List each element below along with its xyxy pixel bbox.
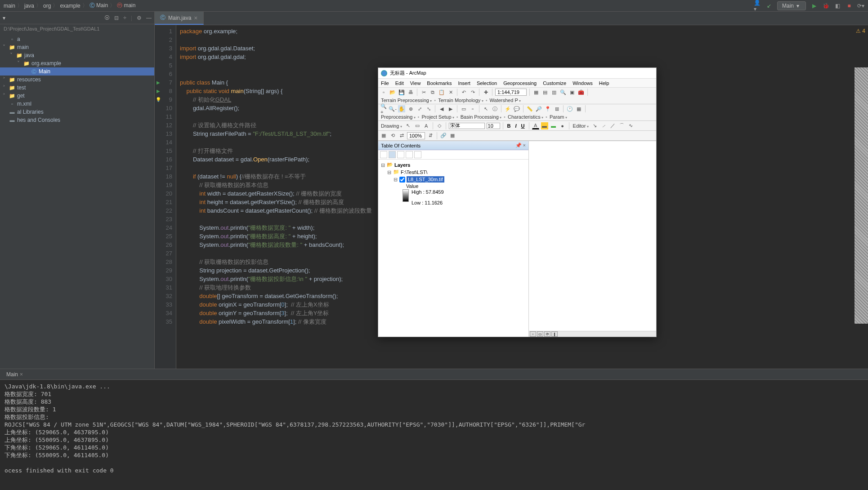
time-slider-icon[interactable]: 🕐 <box>566 105 573 112</box>
tree-item[interactable]: ˅📁main <box>0 43 154 51</box>
percent-input[interactable]: 100% <box>407 132 425 139</box>
link-icon[interactable]: 🔗 <box>440 132 447 139</box>
toolbar-menu[interactable]: Basin Processing <box>460 114 502 120</box>
close-icon[interactable]: × <box>194 14 197 22</box>
select-icon[interactable]: ▭ <box>460 105 467 112</box>
create-viewer-icon[interactable]: ▦ <box>575 105 582 112</box>
menu-customize[interactable]: Customize <box>543 80 566 86</box>
run-tab-main[interactable]: Main× <box>3 370 27 379</box>
project-dropdown-icon[interactable]: ▾ <box>3 15 5 21</box>
save-icon[interactable]: 💾 <box>398 89 405 96</box>
map-scrollbar[interactable]: ▫ ▭ ⟳ ‖ <box>529 331 656 337</box>
toolbar-menu[interactable]: Watershed P <box>489 98 522 103</box>
breadcrumb-segment[interactable]: example <box>60 3 80 9</box>
edit-tool-icon[interactable]: ↘ <box>591 122 599 129</box>
list-by-source-icon[interactable] <box>389 151 396 158</box>
menu-insert[interactable]: Insert <box>458 80 470 86</box>
back-icon[interactable]: ◀ <box>438 105 445 112</box>
toolbar-menu[interactable]: Project Setup <box>421 114 455 120</box>
user-icon[interactable]: 👤▾ <box>754 2 761 9</box>
project-tree[interactable]: ▫a˅📁main˅📁java˅📁org.exampleⒸMain˃📁resour… <box>0 33 154 369</box>
layout-view-tab[interactable]: ▭ <box>537 331 543 337</box>
find-icon[interactable]: 🔎 <box>535 105 542 112</box>
sync-icon[interactable]: ↙ <box>765 2 773 9</box>
tree-item[interactable]: ▫m.xml <box>0 100 154 108</box>
toolbar-menu[interactable]: Param <box>549 114 568 120</box>
arcmap-titlebar[interactable]: 无标题 - ArcMap <box>378 68 656 79</box>
list-by-visibility-icon[interactable] <box>397 151 404 158</box>
full-extent-icon[interactable]: ⊕ <box>407 105 414 112</box>
clear-selection-icon[interactable]: ▫ <box>469 105 476 112</box>
collapse-icon[interactable]: ÷ <box>123 15 126 21</box>
view-link-icon[interactable]: ▦ <box>449 132 456 139</box>
toolbar-menu[interactable]: Terrain Morphology <box>437 98 484 103</box>
fixed-zoom-out-icon[interactable]: ⤡ <box>425 105 432 112</box>
options-icon[interactable] <box>414 151 421 158</box>
menu-help[interactable]: Help <box>599 80 609 86</box>
menu-geoprocessing[interactable]: Geoprocessing <box>503 80 537 86</box>
close-icon[interactable]: × <box>20 371 23 378</box>
copy-icon[interactable]: ⧉ <box>429 89 436 96</box>
underline-button[interactable]: U <box>520 123 526 129</box>
data-frame-node[interactable]: F:\Test\LST\ <box>401 169 427 175</box>
menu-view[interactable]: View <box>410 80 421 86</box>
list-by-selection-icon[interactable] <box>406 151 413 158</box>
editor-toolbar-icon[interactable]: ▦ <box>532 89 540 96</box>
rectangle-icon[interactable]: ▭ <box>414 122 421 129</box>
print-icon[interactable]: 🖶 <box>407 89 414 96</box>
debug-icon[interactable]: 🐞 <box>822 2 829 9</box>
hyperlink-icon[interactable]: ⚡ <box>504 105 511 112</box>
arcmap-window[interactable]: 无标题 - ArcMap FileEditViewBookmarksInsert… <box>378 67 657 337</box>
pan-icon[interactable]: ✋ <box>398 105 405 112</box>
toolbar-menu[interactable]: Characteristics <box>507 114 544 120</box>
run-configuration-selector[interactable]: Main ▾ <box>777 1 806 10</box>
console-output[interactable]: \Java\jdk-1.8\bin\java.exe ... 格数据宽度: 70… <box>0 380 868 490</box>
menu-selection[interactable]: Selection <box>477 80 497 86</box>
marker-color-icon[interactable]: ● <box>559 122 566 129</box>
tree-item[interactable]: ▬al Libraries <box>0 108 154 116</box>
warnings-badge[interactable]: ⚠ 4 <box>856 27 865 36</box>
run-icon[interactable]: ▶ <box>810 2 818 9</box>
font-color-icon[interactable]: A <box>532 122 539 129</box>
edit-vertices-icon[interactable]: ◇ <box>436 122 443 129</box>
breadcrumb-segment[interactable]: ⓜ main <box>117 2 135 9</box>
refresh-icon[interactable]: ⟳ <box>544 331 550 337</box>
more-icon[interactable]: ⟳▾ <box>857 2 864 9</box>
fill-color-icon[interactable]: ▬ <box>541 122 548 129</box>
layer-name[interactable]: L8_LST_30m.tif <box>407 176 444 183</box>
line-color-icon[interactable]: ▬ <box>550 122 557 129</box>
scale-input[interactable]: 1:144,719 <box>495 89 527 96</box>
stop-icon[interactable]: ■ <box>846 2 853 9</box>
goto-xy-icon[interactable]: ⊞ <box>553 105 560 112</box>
drawing-dropdown[interactable]: Drawing <box>380 123 403 129</box>
toc-tree[interactable]: ⊟📂Layers ⊟📁F:\Test\LST\ ⊟L8_LST_30m.tif … <box>378 160 528 337</box>
flip-icon[interactable]: ⇵ <box>427 132 434 139</box>
zoom-in-icon[interactable]: 🔍+ <box>380 105 387 112</box>
target-icon[interactable]: ⦿ <box>104 15 110 21</box>
toc-header[interactable]: Table Of Contents 📌 × <box>378 141 528 150</box>
hide-icon[interactable]: — <box>146 15 152 21</box>
pointer-icon[interactable]: ↖ <box>482 105 489 112</box>
font-name-input[interactable] <box>449 123 485 129</box>
edit-annotation-icon[interactable]: ⟋ <box>600 122 608 129</box>
tree-item[interactable]: ˅📁java <box>0 51 154 59</box>
toolbar-menu[interactable]: Preprocessing <box>380 114 416 120</box>
paste-icon[interactable]: 📋 <box>438 89 445 96</box>
tab-main-java[interactable]: Ⓒ Main.java × <box>155 12 204 25</box>
tree-item[interactable]: ⒸMain <box>0 67 154 76</box>
list-by-drawing-order-icon[interactable] <box>380 151 387 158</box>
tree-item[interactable]: ˃📁resources <box>0 76 154 84</box>
forward-icon[interactable]: ▶ <box>447 105 454 112</box>
breadcrumb-segment[interactable]: org <box>43 3 51 9</box>
tree-item[interactable]: ▫a <box>0 35 154 43</box>
trace-icon[interactable]: ∿ <box>627 122 635 129</box>
identify-icon[interactable]: ⓘ <box>491 105 498 112</box>
shift-icon[interactable]: ⇄ <box>398 132 405 139</box>
tree-item[interactable]: ˅📁org.example <box>0 59 154 67</box>
toc-icon[interactable]: ▤ <box>541 89 549 96</box>
tree-item[interactable]: ▬hes and Consoles <box>0 116 154 124</box>
pin-icon[interactable]: 📌 <box>515 143 522 148</box>
open-icon[interactable]: 📂 <box>389 89 396 96</box>
toolbox-icon[interactable]: 🧰 <box>577 89 585 96</box>
rotate-icon[interactable]: ⟲ <box>389 132 396 139</box>
